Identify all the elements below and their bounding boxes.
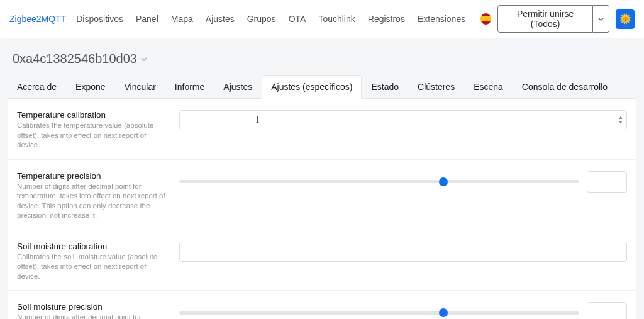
nav-touchlink[interactable]: Touchlink [313,10,360,28]
tab-consola-desarrollo[interactable]: Consola de desarrollo [513,75,617,99]
soil-moisture-calibration-input[interactable] [179,242,627,262]
temperature-precision-slider[interactable] [179,180,579,183]
nav-mapa[interactable]: Mapa [166,10,198,28]
nav-panel[interactable]: Panel [131,10,164,28]
setting-desc: Number of digits after decimal point for… [17,182,167,221]
soil-moisture-precision-value[interactable] [587,302,627,319]
nav-registros[interactable]: Registros [363,10,410,28]
tab-acerca-de[interactable]: Acerca de [8,75,66,99]
setting-name: Temperature calibration [17,110,167,120]
slider-thumb[interactable] [439,308,448,317]
setting-soil-moisture-calibration: Soil moisture calibration Calibrates the… [8,230,636,291]
temperature-precision-value[interactable] [587,171,627,193]
sun-icon: 🌞 [619,13,631,25]
locale-flag-icon[interactable] [480,13,491,25]
setting-desc: Calibrates the soil_moisture value (abso… [17,252,167,282]
setting-name: Temperature precision [17,171,167,181]
tab-informe[interactable]: Informe [165,75,214,99]
nav-ajustes[interactable]: Ajustes [201,10,240,28]
permit-join-dropdown[interactable] [593,5,609,33]
spinner-down-icon[interactable]: ▼ [617,120,625,125]
tab-expone[interactable]: Expone [66,75,114,99]
main-navbar: Zigbee2MQTT Dispositivos Panel Mapa Ajus… [0,0,644,38]
setting-temperature-precision: Temperature precision Number of digits a… [8,160,636,230]
setting-label: Temperature calibration Calibrates the t… [17,110,167,150]
tab-clusteres[interactable]: Clústeres [408,75,464,99]
tab-ajustes-especificos[interactable]: Ajustes (específicos) [262,75,362,99]
brand-link[interactable]: Zigbee2MQTT [9,14,66,24]
setting-label: Soil moisture calibration Calibrates the… [17,242,167,282]
number-spinner[interactable]: ▲ ▼ [617,115,625,125]
device-tabs: Acerca de Expone Vincular Informe Ajuste… [8,75,636,99]
nav-dispositivos[interactable]: Dispositivos [71,10,128,28]
setting-name: Soil moisture calibration [17,242,167,251]
nav-ota[interactable]: OTA [284,10,311,28]
tab-ajustes[interactable]: Ajustes [214,75,262,99]
setting-label: Soil moisture precision Number of digits… [17,302,167,319]
setting-desc: Calibrates the temperature value (absolu… [17,121,167,150]
temperature-calibration-input[interactable] [179,110,627,130]
setting-temperature-calibration: Temperature calibration Calibrates the t… [8,99,636,160]
chevron-down-icon [141,56,147,62]
setting-soil-moisture-precision: Soil moisture precision Number of digits… [8,291,636,319]
settings-panel: Temperature calibration Calibrates the t… [8,98,636,319]
device-id: 0xa4c1382546b10d03 [13,52,137,66]
tab-escena[interactable]: Escena [464,75,513,99]
permit-join-button[interactable]: Permitir unirse (Todos) [497,5,594,33]
soil-moisture-precision-slider[interactable] [179,311,579,315]
setting-name: Soil moisture precision [17,302,167,311]
slider-thumb[interactable] [439,177,448,186]
nav-extensiones[interactable]: Extensiones [413,10,470,28]
chevron-down-icon [598,16,604,22]
tab-estado[interactable]: Estado [362,75,408,99]
setting-label: Temperature precision Number of digits a… [17,171,167,221]
permit-join-group: Permitir unirse (Todos) [497,5,610,33]
nav-grupos[interactable]: Grupos [242,10,281,28]
setting-desc: Number of digits after decimal point for… [17,313,167,319]
device-title-dropdown[interactable]: 0xa4c1382546b10d03 [8,49,636,75]
tab-vincular[interactable]: Vincular [115,75,165,99]
page-content: 0xa4c1382546b10d03 Acerca de Expone Vinc… [0,38,644,319]
theme-toggle-button[interactable]: 🌞 [616,9,635,29]
